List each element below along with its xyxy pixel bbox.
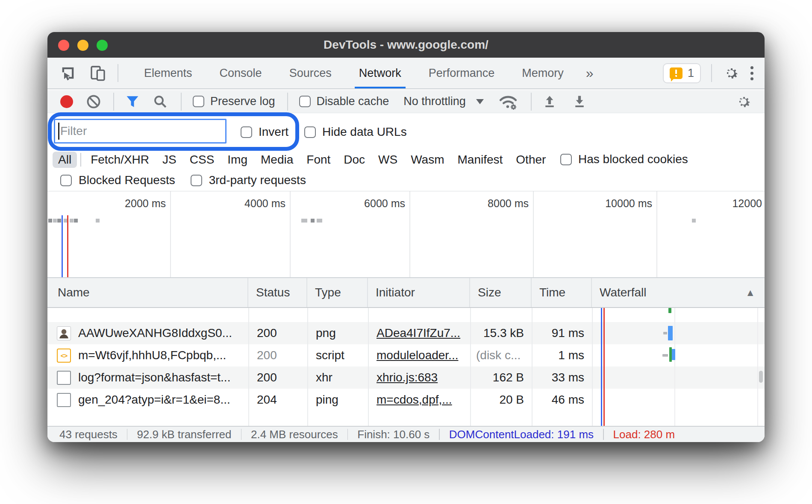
column-header-waterfall[interactable]: Waterfall ▲ — [592, 278, 765, 307]
has-blocked-cookies-group: Has blocked cookies — [560, 152, 688, 166]
tab-sources[interactable]: Sources — [288, 58, 333, 88]
chip-fetch-xhr[interactable]: Fetch/XHR — [90, 152, 150, 168]
chip-media[interactable]: Media — [260, 152, 294, 168]
column-header-time[interactable]: Time — [532, 278, 592, 307]
filter-funnel-icon[interactable] — [124, 94, 141, 110]
resources-size: 2.4 MB resources — [241, 428, 347, 441]
column-header-type[interactable]: Type — [307, 278, 368, 307]
clear-network-log-icon[interactable] — [86, 94, 101, 109]
column-divider — [470, 308, 471, 426]
tab-console[interactable]: Console — [218, 58, 264, 88]
has-blocked-cookies-checkbox[interactable] — [560, 154, 572, 165]
request-count: 43 requests — [47, 428, 127, 441]
chip-css[interactable]: CSS — [189, 152, 215, 168]
network-overview-timeline[interactable]: 2000 ms 4000 ms 6000 ms 8000 ms 10000 ms… — [47, 191, 765, 278]
document-file-icon — [57, 371, 71, 385]
blocked-requests-checkbox[interactable] — [60, 175, 72, 186]
titlebar: DevTools - www.google.com/ — [47, 32, 765, 58]
chip-wasm[interactable]: Wasm — [410, 152, 445, 168]
dcl-marker-line — [62, 215, 63, 277]
chip-ws[interactable]: WS — [377, 152, 398, 168]
issue-warning-icon — [670, 67, 683, 79]
preserve-log-label[interactable]: Preserve log — [210, 95, 275, 108]
table-row[interactable]: <> m=Wt6vjf,hhhU8,FCpbqb,... 200 script … — [47, 344, 765, 366]
sort-ascending-icon[interactable]: ▲ — [745, 278, 755, 307]
activity-mark — [692, 219, 696, 223]
initiator-cell: ADea4I7IfZu7... — [368, 322, 470, 344]
request-name: log?format=json&hasfast=t... — [78, 371, 230, 384]
third-party-checkbox[interactable] — [191, 175, 202, 186]
activity-mark — [301, 219, 307, 223]
status-cell: 200 — [248, 322, 307, 344]
image-preview-icon — [57, 326, 71, 340]
column-header-initiator[interactable]: Initiator — [368, 278, 470, 307]
table-row[interactable]: log?format=json&hasfast=t... 200 xhr xhr… — [47, 366, 765, 389]
hide-data-urls-checkbox[interactable] — [304, 126, 316, 138]
chip-js[interactable]: JS — [162, 152, 177, 168]
scrollbar-thumb[interactable] — [759, 371, 763, 383]
device-toolbar-icon[interactable] — [89, 64, 106, 82]
hide-data-urls-label[interactable]: Hide data URLs — [322, 125, 407, 139]
timeline-gridline — [656, 191, 657, 277]
third-party-label[interactable]: 3rd-party requests — [209, 173, 306, 187]
chip-font[interactable]: Font — [306, 152, 331, 168]
table-row[interactable]: AAWUweXANHG8IddxgS0... 200 png ADea4I7If… — [47, 322, 765, 344]
more-tabs-icon[interactable]: » — [586, 65, 594, 81]
network-settings-gear-icon[interactable] — [735, 93, 753, 111]
window-title: DevTools - www.google.com/ — [47, 32, 765, 58]
invert-checkbox[interactable] — [241, 126, 252, 138]
tab-elements[interactable]: Elements — [142, 58, 194, 88]
initiator-link[interactable]: moduleloader... — [377, 349, 458, 362]
export-har-icon[interactable] — [572, 94, 587, 109]
initiator-cell: xhrio.js:683 — [368, 366, 470, 389]
preserve-log-checkbox[interactable] — [193, 96, 204, 107]
chip-all[interactable]: All — [53, 152, 77, 168]
zoom-window-button[interactable] — [97, 40, 108, 51]
import-har-icon[interactable] — [542, 94, 557, 109]
activity-mark — [317, 219, 322, 223]
tab-performance[interactable]: Performance — [427, 58, 497, 88]
chip-manifest[interactable]: Manifest — [457, 152, 504, 168]
initiator-link[interactable]: m=cdos,dpf,... — [377, 393, 452, 407]
search-icon[interactable] — [153, 94, 168, 109]
throttling-select[interactable]: No throttling — [403, 95, 466, 108]
minimize-window-button[interactable] — [77, 40, 88, 51]
chevron-down-icon[interactable] — [476, 99, 484, 104]
column-header-size[interactable]: Size — [470, 278, 532, 307]
document-file-icon — [57, 393, 71, 407]
close-window-button[interactable] — [58, 40, 69, 51]
toolbar-divider — [113, 93, 114, 111]
column-header-name[interactable]: Name — [47, 278, 248, 307]
timeline-tick-label: 4000 ms — [213, 197, 285, 210]
has-blocked-cookies-label[interactable]: Has blocked cookies — [578, 152, 688, 166]
waterfall-bar-blue — [668, 326, 673, 340]
waterfall-bar-blue — [672, 349, 675, 360]
issues-badge-button[interactable]: 1 — [663, 63, 701, 83]
initiator-link[interactable]: ADea4I7IfZu7... — [377, 326, 460, 340]
network-conditions-icon[interactable] — [497, 92, 519, 111]
disable-cache-checkbox[interactable] — [299, 96, 311, 107]
request-name: m=Wt6vjf,hhhU8,FCpbqb,... — [78, 349, 226, 362]
timeline-gridline — [290, 191, 291, 277]
settings-gear-icon[interactable] — [722, 64, 740, 82]
tab-memory[interactable]: Memory — [520, 58, 565, 88]
blocked-requests-label[interactable]: Blocked Requests — [79, 173, 175, 187]
initiator-link[interactable]: xhrio.js:683 — [377, 371, 438, 384]
activity-mark — [74, 219, 78, 223]
chip-doc[interactable]: Doc — [343, 152, 366, 168]
filter-input[interactable] — [54, 119, 227, 144]
request-filter-row: Blocked Requests 3rd-party requests — [47, 170, 765, 191]
activity-mark — [311, 219, 315, 223]
tab-network[interactable]: Network — [357, 58, 403, 88]
inspect-element-icon[interactable] — [59, 64, 76, 82]
record-network-log-button[interactable] — [60, 95, 73, 108]
kebab-menu-icon[interactable] — [750, 66, 753, 80]
table-row[interactable]: gen_204?atyp=i&r=1&ei=8... 204 ping m=cd… — [47, 389, 765, 411]
tabbar-right-cluster: 1 — [663, 63, 753, 83]
toolbar-divider — [181, 93, 182, 111]
chip-other[interactable]: Other — [515, 152, 547, 168]
disable-cache-label[interactable]: Disable cache — [317, 95, 389, 108]
invert-label[interactable]: Invert — [259, 125, 288, 139]
column-header-status[interactable]: Status — [248, 278, 307, 307]
chip-img[interactable]: Img — [227, 152, 248, 168]
